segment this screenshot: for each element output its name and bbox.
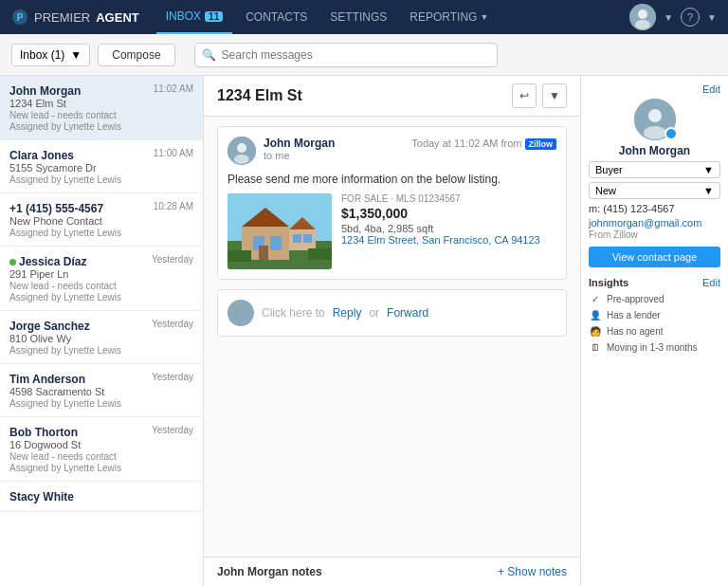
- msg-content: Please send me more information on the b…: [228, 173, 556, 186]
- msg-sender-name: John Morgan: [264, 137, 335, 150]
- status-dropdown[interactable]: New ▼: [589, 182, 720, 199]
- listing-price: $1,350,000: [341, 206, 540, 221]
- avatar[interactable]: [629, 4, 656, 30]
- listing-image: [228, 193, 332, 269]
- contact-item[interactable]: +1 (415) 555-456710:28 AMNew Phone Conta…: [0, 193, 203, 247]
- house-illustration: [228, 193, 332, 269]
- logo-icon: P: [11, 9, 28, 26]
- svg-rect-17: [293, 234, 301, 243]
- msg-to: to me: [264, 150, 556, 161]
- listing-beds: 5bd, 4ba, 2,985 sqft: [341, 223, 540, 234]
- contact-item[interactable]: John Morgan11:02 AM1234 Elm StNew lead -…: [0, 76, 203, 140]
- view-contact-button[interactable]: View contact page: [589, 247, 720, 267]
- contact-item[interactable]: Tim AndersonYesterday4598 Sacramento StA…: [0, 364, 203, 417]
- inbox-badge: 11: [205, 11, 223, 22]
- main-layout: John Morgan11:02 AM1234 Elm StNew lead -…: [0, 76, 728, 586]
- avatar-online-badge: [664, 127, 678, 140]
- search-icon: 🔍: [202, 48, 216, 62]
- person-outline-icon: 🧑: [589, 324, 602, 338]
- msg-time: Today at 11:02 AM from Zillow: [411, 137, 556, 150]
- nav-links: INBOX 11 CONTACTS SETTINGS REPORTING ▼: [156, 0, 612, 34]
- nav-contacts[interactable]: CONTACTS: [236, 0, 317, 34]
- reply-avatar: [228, 300, 254, 326]
- search-input[interactable]: [194, 43, 498, 67]
- listing-details: FOR SALE · MLS 01234567 $1,350,000 5bd, …: [341, 193, 540, 269]
- right-email[interactable]: johnmorgan@gmail.com: [589, 217, 720, 229]
- nav-right: ▼ ? ▼: [629, 4, 717, 30]
- show-notes-link[interactable]: + Show notes: [498, 565, 567, 578]
- insights-section: Insights Edit ✓Pre-approved👤Has a lender…: [589, 277, 720, 354]
- svg-rect-19: [228, 250, 251, 262]
- logo-agent: AGENT: [96, 10, 139, 25]
- forward-link[interactable]: Forward: [387, 306, 428, 320]
- svg-point-4: [635, 20, 650, 29]
- message-header-actions: ↩ ▼: [512, 83, 567, 108]
- right-contact-name: John Morgan: [589, 144, 720, 157]
- insight-item: 🗓Moving in 1-3 months: [589, 340, 720, 354]
- notes-footer: John Morgan notes + Show notes: [204, 557, 580, 586]
- toolbar: Inbox (1) ▼ Compose 🔍: [0, 34, 728, 76]
- reply-box: Click here to Reply or Forward: [217, 289, 567, 337]
- contact-list: John Morgan11:02 AM1234 Elm StNew lead -…: [0, 76, 204, 586]
- message-panel: 1234 Elm St ↩ ▼ John Morgan Today at 11:: [204, 76, 581, 586]
- insight-item: ✓Pre-approved: [589, 292, 720, 305]
- listing-card: FOR SALE · MLS 01234567 $1,350,000 5bd, …: [228, 193, 556, 269]
- contact-item[interactable]: Jessica DíazYesterday291 Piper LnNew lea…: [0, 247, 203, 311]
- message-title: 1234 Elm St: [217, 87, 302, 104]
- contact-item[interactable]: Bob ThortonYesterday16 Dogwood StNew lea…: [0, 417, 203, 482]
- svg-point-23: [644, 126, 666, 139]
- message-item: John Morgan Today at 11:02 AM from Zillo…: [217, 126, 567, 280]
- calendar-icon: 🗓: [589, 340, 602, 354]
- reply-icon-btn[interactable]: ↩: [512, 83, 537, 108]
- insight-item: 🧑Has no agent: [589, 324, 720, 338]
- down-icon-btn[interactable]: ▼: [542, 83, 567, 108]
- help-chevron[interactable]: ▼: [707, 12, 717, 23]
- logo-premier: PREMIER: [34, 10, 90, 25]
- svg-point-22: [648, 109, 662, 122]
- nav-reporting[interactable]: REPORTING ▼: [400, 0, 498, 34]
- nav-settings[interactable]: SETTINGS: [320, 0, 396, 34]
- search-box: 🔍: [194, 43, 498, 67]
- msg-avatar: [228, 137, 256, 165]
- svg-text:P: P: [17, 12, 24, 23]
- inbox-select[interactable]: Inbox (1) ▼: [11, 44, 90, 66]
- reply-link[interactable]: Reply: [333, 306, 362, 320]
- check-icon: ✓: [589, 292, 602, 305]
- person-icon: 👤: [589, 308, 602, 321]
- right-phone: m: (415) 123-4567: [589, 203, 720, 214]
- right-contact-avatar: [634, 99, 676, 140]
- svg-point-6: [237, 143, 246, 153]
- contact-item[interactable]: Stacy White: [0, 482, 203, 512]
- svg-point-7: [234, 155, 249, 164]
- insight-item: 👤Has a lender: [589, 308, 720, 321]
- right-from: From Zillow: [589, 229, 720, 240]
- svg-rect-13: [270, 236, 282, 250]
- svg-rect-20: [308, 248, 332, 260]
- nav-inbox[interactable]: INBOX 11: [156, 0, 232, 34]
- logo: P PREMIERAGENT: [11, 9, 139, 26]
- message-body: John Morgan Today at 11:02 AM from Zillo…: [204, 117, 580, 557]
- insights-title: Insights: [589, 277, 628, 288]
- avatar-chevron[interactable]: ▼: [664, 12, 673, 23]
- listing-address[interactable]: 1234 Elm Street, San Francisco, CA 94123: [341, 234, 540, 246]
- compose-button[interactable]: Compose: [98, 44, 174, 66]
- contact-item[interactable]: Clara Jones11:00 AM5155 Sycamore DrAssig…: [0, 140, 203, 193]
- contact-item[interactable]: Jorge SanchezYesterday810 Olive WyAssign…: [0, 311, 203, 364]
- help-button[interactable]: ?: [681, 8, 700, 27]
- insights-edit-link[interactable]: Edit: [702, 277, 720, 288]
- right-panel: Edit John Morgan Buyer ▼ New ▼ m: (415) …: [581, 76, 728, 586]
- svg-rect-18: [303, 234, 312, 243]
- notes-title: John Morgan notes: [217, 565, 322, 578]
- listing-mls: FOR SALE · MLS 01234567: [341, 193, 540, 204]
- svg-rect-14: [259, 246, 268, 260]
- message-header: 1234 Elm St ↩ ▼: [204, 76, 580, 117]
- buyer-dropdown[interactable]: Buyer ▼: [589, 161, 720, 178]
- top-nav: P PREMIERAGENT INBOX 11 CONTACTS SETTING…: [0, 0, 728, 34]
- msg-zillow: Zillow: [525, 138, 557, 150]
- svg-point-3: [638, 9, 647, 19]
- contact-edit-link[interactable]: Edit: [702, 83, 720, 95]
